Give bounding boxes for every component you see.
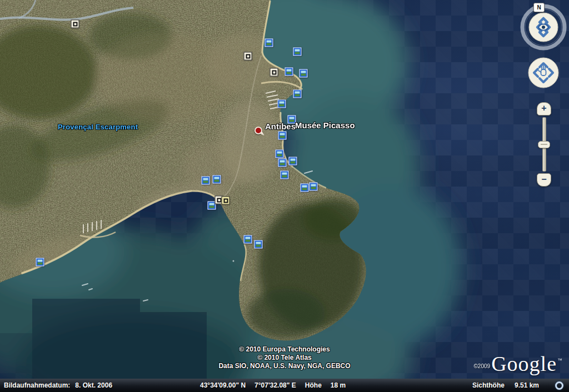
photo-marker[interactable] (276, 150, 284, 158)
zoom-slider[interactable]: + − (537, 102, 551, 187)
photo-marker[interactable] (301, 184, 309, 192)
zoom-in-button[interactable]: + (537, 102, 551, 115)
photo-marker[interactable] (300, 69, 308, 78)
attribution-line: © 2010 Tele Atlas (218, 354, 350, 362)
photo-marker[interactable] (254, 240, 263, 249)
panorama-marker[interactable] (71, 20, 79, 28)
longitude-value: 7°07'32.08" E (254, 381, 296, 389)
google-copyright-year: ©2009 (474, 363, 491, 369)
streaming-indicator-icon (555, 381, 563, 390)
google-earth-viewport: Provençal Escarpment Antibes Musée Picas… (0, 0, 569, 392)
photo-marker[interactable] (281, 171, 289, 179)
photo-marker[interactable] (213, 175, 221, 184)
photo-marker[interactable] (265, 39, 273, 47)
satellite-imagery[interactable] (0, 0, 569, 392)
latitude-value: 43°34'09.00" N (200, 381, 246, 389)
copyright-attribution: © 2010 Europa Technologies © 2010 Tele A… (218, 345, 350, 370)
photo-marker[interactable] (293, 48, 302, 56)
elevation-value: 18 m (331, 381, 346, 389)
move-joystick[interactable] (527, 56, 560, 89)
photo-marker[interactable] (293, 90, 302, 98)
attribution-line: © 2010 Europa Technologies (218, 345, 350, 354)
city-label-antibes[interactable]: Antibes (265, 122, 296, 131)
photo-marker[interactable] (36, 258, 44, 267)
elevation-label: Höhe (305, 381, 322, 389)
photo-marker[interactable] (278, 159, 287, 167)
north-button[interactable]: N (533, 3, 545, 12)
photo-marker[interactable] (244, 235, 252, 244)
photo-marker[interactable] (202, 177, 210, 185)
poi-label-musee-picasso[interactable]: Musée Picasso (295, 120, 355, 130)
photo-marker[interactable] (310, 183, 318, 191)
google-watermark: ©2009 Google ™ (474, 354, 563, 373)
placemark-pin[interactable] (254, 126, 264, 136)
zoom-track[interactable] (542, 117, 546, 172)
image-date-value: 8. Okt. 2006 (75, 381, 112, 389)
photo-marker[interactable] (278, 100, 286, 108)
status-bar: Bildaufnahmedatum: 8. Okt. 2006 43°34'09… (0, 379, 569, 392)
panorama-marker[interactable] (244, 52, 252, 61)
eye-altitude-label: Sichthöhe (472, 381, 505, 389)
trademark-symbol: ™ (557, 358, 562, 363)
photo-marker[interactable] (289, 157, 297, 165)
eye-altitude-value: 9.51 km (515, 381, 539, 389)
photo-marker[interactable] (278, 132, 287, 140)
escarpment-label: Provençal Escarpment (58, 123, 138, 131)
google-logo: Google (491, 354, 557, 373)
photo-marker[interactable] (285, 68, 293, 76)
zoom-out-button[interactable]: − (537, 173, 551, 187)
image-date-label: Bildaufnahmedatum: (4, 381, 70, 389)
panorama-marker[interactable] (222, 197, 230, 205)
panorama-marker[interactable] (270, 68, 278, 77)
zoom-thumb[interactable] (538, 141, 550, 148)
attribution-line: Data SIO, NOAA, U.S. Navy, NGA, GEBCO (218, 362, 350, 370)
